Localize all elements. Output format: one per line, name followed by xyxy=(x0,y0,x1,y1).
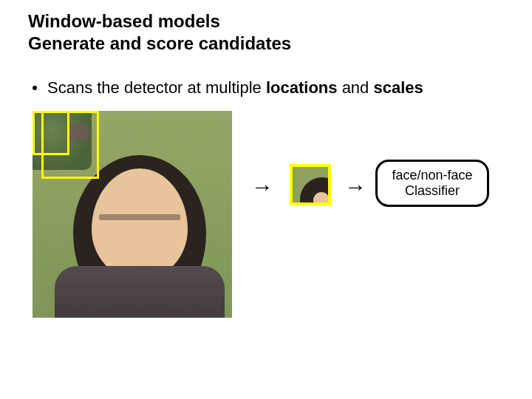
bullet-kw-locations: locations xyxy=(266,78,338,97)
arrow-right-icon: → xyxy=(251,176,273,198)
classifier-line-2: Classifier xyxy=(405,183,460,199)
scan-window-2 xyxy=(41,111,99,179)
title-line-1: Window-based models xyxy=(28,10,291,33)
classifier-box: face/non-face Classifier xyxy=(375,160,489,207)
bullet-text: Scans the detector at multiple locations… xyxy=(47,78,423,98)
crop-face xyxy=(313,192,330,205)
bullet-between: and xyxy=(338,78,374,97)
slide-title: Window-based models Generate and score c… xyxy=(28,10,291,55)
title-line-2: Generate and score candidates xyxy=(28,33,291,55)
slide: Window-based models Generate and score c… xyxy=(0,0,532,399)
classifier-line-1: face/non-face xyxy=(392,168,472,183)
bullet-dot-icon xyxy=(33,86,37,90)
scene-person-body xyxy=(55,266,225,318)
cropped-window xyxy=(290,164,331,205)
bullet-prefix: Scans the detector at multiple xyxy=(47,78,266,97)
arrow-right-icon: → xyxy=(344,176,366,198)
scene-person-glasses xyxy=(99,214,180,220)
bullet-item: Scans the detector at multiple locations… xyxy=(33,78,423,98)
bullet-kw-scales: scales xyxy=(373,78,423,97)
